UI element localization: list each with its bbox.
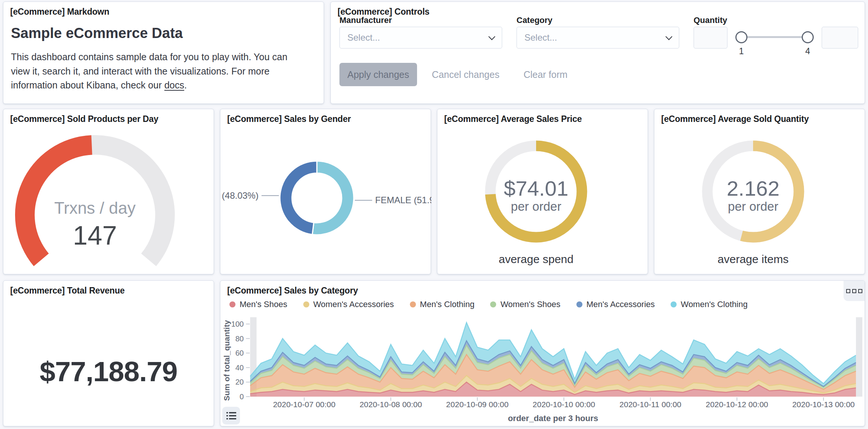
legend-label: Women's Clothing (681, 300, 747, 309)
panel-sales-by-category: [eCommerce] Sales by Category Men's Shoe… (220, 280, 865, 426)
legend-dot-icon (229, 301, 235, 307)
x-tick-label: 2020-10-13 00:00 (792, 400, 855, 409)
clear-form-button[interactable]: Clear form (523, 63, 568, 86)
quantity-min-input[interactable] (694, 27, 727, 49)
panel-sold-products-per-day: [eCommerce] Sold Products per Day Trxns … (3, 109, 214, 274)
y-axis-title: Sum of total_quantity (222, 320, 231, 401)
area-chart-plot[interactable]: 020406080100Sum of total_quantity2020-10… (220, 315, 865, 427)
legend-dot-icon (671, 301, 677, 307)
goal-value: 2.162 (678, 176, 828, 201)
cancel-changes-button[interactable]: Cancel changes (432, 63, 500, 86)
y-tick-label: 100 (231, 320, 244, 328)
y-tick-label: 20 (235, 378, 244, 386)
panel-average-sales-price: [eCommerce] Average Sales Price $74.01 p… (437, 109, 648, 274)
panel-sales-by-gender: [eCommerce] Sales by Gender FEMALE (51.9… (220, 109, 431, 274)
category-placeholder: Select... (524, 32, 557, 43)
list-icon (226, 411, 236, 420)
panel-average-sold-quantity: [eCommerce] Average Sold Quantity 2.162 … (654, 109, 865, 274)
squares-icon (846, 289, 850, 293)
quantity-max-input[interactable] (822, 27, 858, 49)
pie-slice-male[interactable] (280, 161, 317, 234)
legend-label: Men's Accessories (587, 300, 655, 309)
x-tick-label: 2020-10-08 00:00 (359, 400, 422, 409)
quantity-slider-min-handle[interactable] (735, 31, 747, 43)
quantity-slider-track[interactable] (741, 36, 808, 38)
goal-sublabel: per order (461, 199, 611, 214)
category-select[interactable]: Select... (517, 27, 679, 49)
panel-options-button[interactable] (844, 281, 865, 301)
goal-caption: average spend (461, 253, 611, 266)
panel-total-revenue: [eCommerce] Total Revenue $77,188.79 (3, 280, 214, 426)
panel-title[interactable]: [eCommerce] Sales by Category (227, 286, 358, 296)
pie-slice-label: FEMALE (51.97%) (375, 195, 431, 205)
dashboard: { "colors": { "page_bg": "#F6F7FB", "pan… (0, 0, 868, 429)
legend-item-men-s-clothing[interactable]: Men's Clothing (410, 300, 475, 309)
markdown-heading: Sample eCommerce Data (11, 25, 183, 41)
legend-toggle-button[interactable] (222, 407, 240, 424)
panel-title[interactable]: [eCommerce] Markdown (10, 7, 109, 17)
panel-markdown: [eCommerce] Markdown Sample eCommerce Da… (3, 2, 324, 104)
quantity-label: Quantity (694, 15, 727, 25)
chevron-down-icon (488, 33, 495, 40)
gauge-value: 147 (5, 221, 185, 251)
legend-dot-icon (410, 301, 416, 307)
metric-value: $77,188.79 (3, 355, 214, 388)
chevron-down-icon (665, 33, 672, 40)
goal-value: $74.01 (461, 176, 611, 201)
legend-dot-icon (576, 301, 582, 307)
goal-caption: average items (678, 253, 828, 266)
gauge-label: Trxns / day (5, 199, 185, 218)
panel-title[interactable]: [eCommerce] Total Revenue (10, 286, 125, 296)
legend-item-men-s-accessories[interactable]: Men's Accessories (576, 300, 655, 309)
panel-controls: [eCommerce] Controls Manufacturer Select… (330, 2, 865, 104)
quantity-slider-max-handle[interactable] (802, 31, 814, 43)
pie-slice-label: MALE (48.03%) (220, 190, 258, 201)
legend-item-women-s-clothing[interactable]: Women's Clothing (671, 300, 747, 309)
legend-label: Women's Accessories (313, 300, 394, 309)
squares-icon (852, 289, 856, 293)
x-tick-label: 2020-10-11 00:00 (619, 400, 681, 409)
x-tick-label: 2020-10-12 00:00 (706, 400, 768, 409)
chart-legend: Men's ShoesWomen's AccessoriesMen's Clot… (229, 300, 747, 309)
legend-item-women-s-accessories[interactable]: Women's Accessories (303, 300, 394, 309)
y-tick-label: 60 (235, 349, 244, 357)
apply-changes-button[interactable]: Apply changes (339, 63, 417, 86)
manufacturer-label: Manufacturer (339, 15, 392, 25)
goal-sublabel: per order (678, 199, 828, 214)
y-tick-label: 40 (235, 364, 244, 372)
docs-link[interactable]: docs (164, 80, 184, 90)
legend-label: Men's Clothing (420, 300, 475, 309)
markdown-text-suffix: . (184, 80, 187, 90)
x-tick-label: 2020-10-09 00:00 (446, 400, 509, 409)
x-tick-label: 2020-10-07 00:00 (273, 400, 336, 409)
legend-item-women-s-shoes[interactable]: Women's Shoes (490, 300, 560, 309)
legend-dot-icon (490, 301, 496, 307)
quantity-slider-max-value: 4 (802, 46, 814, 56)
gender-donut-chart[interactable]: FEMALE (51.97%)MALE (48.03%) (220, 123, 431, 275)
quantity-slider-min-value: 1 (735, 46, 747, 56)
pie-slice-female[interactable] (312, 161, 354, 235)
endzone-marker (856, 317, 862, 397)
x-tick-label: 2020-10-10 00:00 (533, 400, 595, 409)
manufacturer-select[interactable]: Select... (339, 27, 502, 49)
legend-item-men-s-shoes[interactable]: Men's Shoes (229, 300, 287, 309)
y-tick-label: 80 (235, 335, 244, 343)
legend-dot-icon (303, 301, 309, 307)
legend-label: Men's Shoes (240, 300, 287, 309)
markdown-text: This dashboard contains sample data for … (11, 52, 287, 90)
manufacturer-placeholder: Select... (347, 32, 380, 43)
x-axis-title: order_date per 3 hours (508, 414, 598, 423)
category-label: Category (517, 15, 552, 25)
y-tick-label: 0 (240, 392, 244, 401)
markdown-body: This dashboard contains sample data for … (11, 50, 309, 93)
legend-label: Women's Shoes (500, 300, 560, 309)
squares-icon (858, 289, 862, 293)
